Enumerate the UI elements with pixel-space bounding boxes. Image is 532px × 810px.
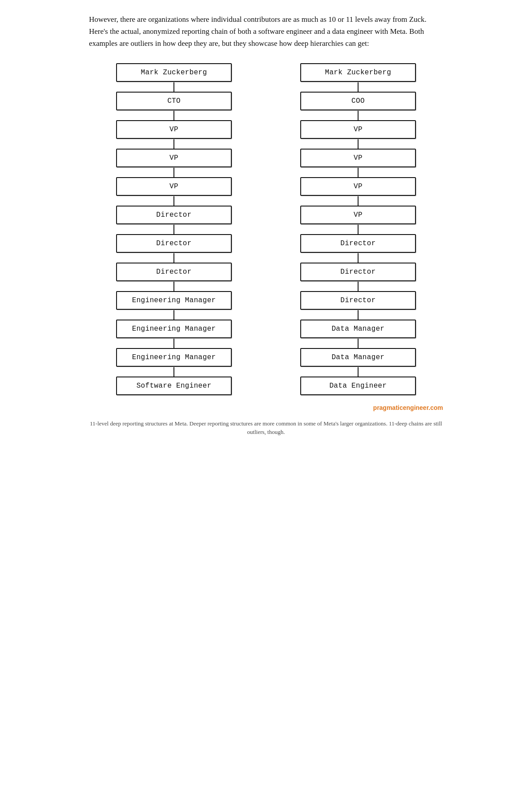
connector-line [173, 310, 174, 320]
left-chain: Mark ZuckerbergCTOVPVPVPDirectorDirector… [89, 63, 259, 395]
connector-line [358, 281, 359, 291]
org-box: Director [116, 263, 232, 281]
org-box: Engineering Manager [116, 320, 232, 338]
org-box: VP [116, 177, 232, 196]
org-box: CTO [116, 92, 232, 110]
org-box: Mark Zuckerberg [300, 63, 416, 82]
org-box: VP [300, 206, 416, 224]
connector-line [358, 196, 359, 206]
org-box: Mark Zuckerberg [116, 63, 232, 82]
right-chain: Mark ZuckerbergCOOVPVPVPVPDirectorDirect… [273, 63, 443, 395]
org-box: VP [116, 149, 232, 167]
org-box: Director [300, 291, 416, 310]
org-box: Engineering Manager [116, 291, 232, 310]
connector-line [173, 196, 174, 206]
org-box: Software Engineer [116, 377, 232, 395]
org-box: VP [116, 120, 232, 139]
diagram-container: Mark ZuckerbergCTOVPVPVPDirectorDirector… [89, 63, 443, 395]
connector-line [173, 224, 174, 234]
connector-line [173, 253, 174, 263]
connector-line [358, 224, 359, 234]
org-box: Director [116, 206, 232, 224]
org-box: Data Manager [300, 348, 416, 367]
watermark: pragmaticengineer.com [89, 404, 443, 411]
connector-line [358, 367, 359, 377]
connector-line [358, 338, 359, 348]
connector-line [358, 253, 359, 263]
org-box: VP [300, 120, 416, 139]
connector-line [173, 167, 174, 177]
connector-line [358, 110, 359, 120]
connector-line [358, 139, 359, 149]
org-box: Director [300, 234, 416, 253]
intro-paragraph: However, there are organizations where i… [89, 13, 443, 50]
connector-line [358, 310, 359, 320]
caption: 11-level deep reporting structures at Me… [89, 419, 443, 437]
org-box: VP [300, 177, 416, 196]
org-box: VP [300, 149, 416, 167]
connector-line [358, 167, 359, 177]
org-box: Director [300, 263, 416, 281]
org-box: Data Manager [300, 320, 416, 338]
connector-line [173, 82, 174, 92]
connector-line [173, 367, 174, 377]
connector-line [173, 281, 174, 291]
org-box: Engineering Manager [116, 348, 232, 367]
org-box: Director [116, 234, 232, 253]
org-box: COO [300, 92, 416, 110]
connector-line [173, 110, 174, 120]
connector-line [358, 82, 359, 92]
connector-line [173, 139, 174, 149]
connector-line [173, 338, 174, 348]
org-box: Data Engineer [300, 377, 416, 395]
